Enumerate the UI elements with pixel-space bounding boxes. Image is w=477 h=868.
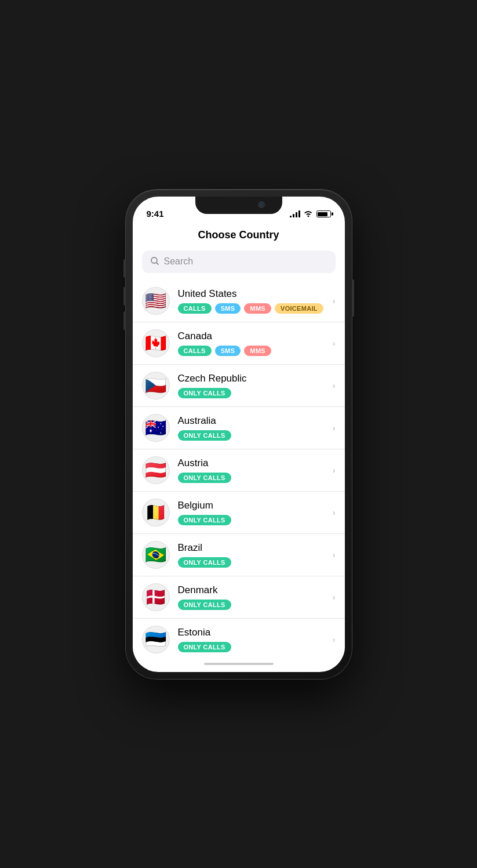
feature-badge: ONLY CALLS	[178, 642, 231, 652]
notch	[195, 197, 282, 214]
country-name: United States	[178, 288, 325, 300]
feature-badge: CALLS	[178, 346, 212, 356]
chevron-right-icon: ›	[333, 339, 336, 348]
country-name: Czech Republic	[178, 373, 325, 384]
phone-screen: 9:41	[133, 197, 345, 672]
country-badges: ONLY CALLS	[178, 430, 325, 441]
search-placeholder: Search	[164, 256, 194, 267]
country-badges: ONLY CALLS	[178, 388, 325, 398]
chevron-right-icon: ›	[333, 423, 336, 433]
phone-frame: 9:41	[126, 190, 352, 679]
country-flag: 🇦🇺	[142, 414, 170, 442]
country-name: Australia	[178, 415, 325, 427]
country-info: CanadaCALLSSMSMMS	[178, 331, 325, 356]
country-flag: 🇧🇪	[142, 499, 170, 526]
feature-badge: ONLY CALLS	[178, 515, 231, 525]
country-row[interactable]: 🇧🇷BrazilONLY CALLS›	[133, 534, 345, 576]
wifi-icon	[304, 210, 313, 219]
home-indicator	[133, 656, 345, 672]
feature-badge: VOICEMAIL	[275, 303, 323, 314]
country-badges: ONLY CALLS	[178, 473, 325, 483]
country-info: AustriaONLY CALLS	[178, 457, 325, 483]
screen-content[interactable]: Choose Country Search 🇺🇸United StatesCAL…	[133, 222, 345, 656]
front-camera	[258, 201, 265, 208]
country-row[interactable]: 🇩🇰DenmarkONLY CALLS›	[133, 576, 345, 619]
country-name: Belgium	[178, 500, 325, 511]
country-flag: 🇧🇷	[142, 541, 170, 569]
country-name: Austria	[178, 457, 325, 469]
feature-badge: SMS	[215, 303, 241, 314]
country-flag: 🇨🇿	[142, 372, 170, 400]
status-time: 9:41	[147, 209, 164, 219]
country-info: DenmarkONLY CALLS	[178, 584, 325, 610]
country-badges: ONLY CALLS	[178, 515, 325, 525]
country-flag: 🇦🇹	[142, 456, 170, 484]
search-icon	[150, 256, 159, 267]
country-row[interactable]: 🇦🇺AustraliaONLY CALLS›	[133, 407, 345, 449]
search-bar[interactable]: Search	[142, 250, 336, 273]
feature-badge: MMS	[244, 346, 271, 356]
country-name: Brazil	[178, 542, 325, 554]
feature-badge: SMS	[215, 346, 241, 356]
country-flag: 🇺🇸	[142, 287, 170, 315]
chevron-right-icon: ›	[333, 635, 336, 644]
chevron-right-icon: ›	[333, 296, 336, 306]
feature-badge: ONLY CALLS	[178, 388, 231, 398]
country-badges: ONLY CALLS	[178, 642, 325, 652]
country-badges: ONLY CALLS	[178, 600, 325, 610]
chevron-right-icon: ›	[333, 508, 336, 517]
country-row[interactable]: 🇺🇸United StatesCALLSSMSMMSVOICEMAIL›	[133, 280, 345, 322]
country-info: EstoniaONLY CALLS	[178, 627, 325, 652]
country-badges: CALLSSMSMMS	[178, 346, 325, 356]
country-info: AustraliaONLY CALLS	[178, 415, 325, 441]
feature-badge: ONLY CALLS	[178, 600, 231, 610]
country-list: 🇺🇸United StatesCALLSSMSMMSVOICEMAIL›🇨🇦Ca…	[133, 280, 345, 656]
chevron-right-icon: ›	[333, 593, 336, 602]
feature-badge: MMS	[244, 303, 271, 314]
country-name: Canada	[178, 331, 325, 342]
country-name: Estonia	[178, 627, 325, 638]
feature-badge: ONLY CALLS	[178, 473, 231, 483]
chevron-right-icon: ›	[333, 381, 336, 390]
country-flag: 🇩🇰	[142, 583, 170, 611]
chevron-right-icon: ›	[333, 466, 336, 475]
country-row[interactable]: 🇨🇦CanadaCALLSSMSMMS›	[133, 322, 345, 365]
signal-icon	[290, 210, 300, 217]
country-flag: 🇨🇦	[142, 329, 170, 357]
chevron-right-icon: ›	[333, 550, 336, 560]
status-icons	[290, 210, 331, 219]
battery-icon	[316, 210, 331, 217]
country-badges: CALLSSMSMMSVOICEMAIL	[178, 303, 325, 314]
country-info: BelgiumONLY CALLS	[178, 500, 325, 525]
country-info: Czech RepublicONLY CALLS	[178, 373, 325, 398]
country-info: United StatesCALLSSMSMMSVOICEMAIL	[178, 288, 325, 314]
country-row[interactable]: 🇪🇪EstoniaONLY CALLS›	[133, 619, 345, 656]
feature-badge: ONLY CALLS	[178, 557, 231, 568]
country-row[interactable]: 🇨🇿Czech RepublicONLY CALLS›	[133, 365, 345, 407]
country-flag: 🇪🇪	[142, 626, 170, 653]
country-row[interactable]: 🇦🇹AustriaONLY CALLS›	[133, 449, 345, 492]
country-row[interactable]: 🇧🇪BelgiumONLY CALLS›	[133, 492, 345, 534]
country-name: Denmark	[178, 584, 325, 596]
feature-badge: ONLY CALLS	[178, 430, 231, 441]
feature-badge: CALLS	[178, 303, 212, 314]
country-badges: ONLY CALLS	[178, 557, 325, 568]
page-title: Choose Country	[133, 222, 345, 250]
country-info: BrazilONLY CALLS	[178, 542, 325, 568]
